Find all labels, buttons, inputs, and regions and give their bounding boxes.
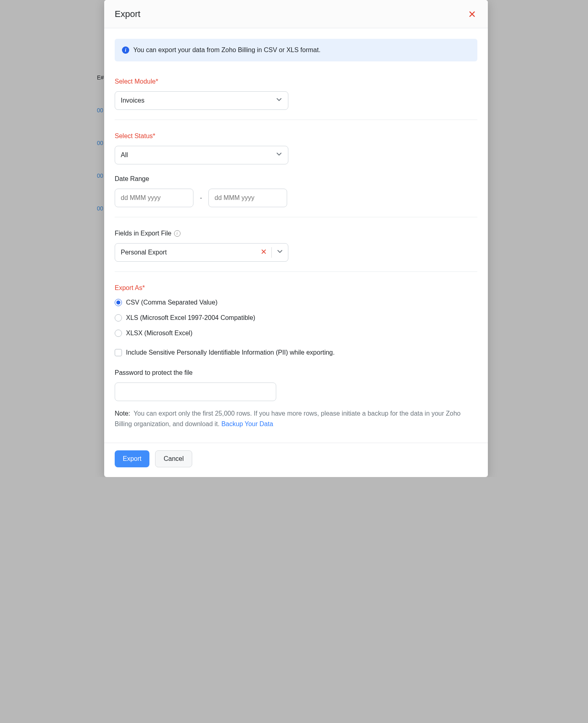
info-banner: You can export your data from Zoho Billi… — [115, 39, 477, 61]
date-range-separator: - — [200, 193, 202, 203]
fields-export-clear-button[interactable] — [256, 248, 271, 257]
export-as-label: Export As* — [115, 283, 477, 293]
date-range-label: Date Range — [115, 174, 477, 184]
radio-label: XLS (Microsoft Excel 1997-2004 Compatibl… — [126, 313, 255, 323]
date-to-input[interactable] — [208, 189, 287, 207]
modal-footer: Export Cancel — [104, 443, 488, 477]
radio-input[interactable] — [115, 330, 122, 337]
background-list-fragment: E# 00 00 00 00 — [97, 0, 105, 213]
select-module-dropdown[interactable]: Invoices — [115, 91, 288, 110]
date-from-input[interactable] — [115, 189, 193, 207]
export-modal: Export You can export your data from Zoh… — [104, 0, 488, 477]
date-range-row: - — [115, 189, 477, 207]
select-status-value: All — [121, 150, 128, 160]
chevron-down-icon — [276, 150, 282, 160]
modal-title: Export — [115, 7, 141, 21]
fields-export-value: Personal Export — [115, 248, 256, 257]
note-text: You can export only the first 25,000 row… — [115, 410, 461, 427]
info-banner-text: You can export your data from Zoho Billi… — [133, 45, 321, 55]
section-select-module: Select Module* Invoices — [115, 73, 477, 120]
select-status-label: Select Status* — [115, 131, 477, 141]
export-as-radio-group: CSV (Comma Separated Value) XLS (Microso… — [115, 298, 477, 338]
section-status-date: Select Status* All Date Range - — [115, 127, 477, 217]
radio-option-xlsx[interactable]: XLSX (Microsoft Excel) — [115, 328, 477, 338]
radio-label: XLSX (Microsoft Excel) — [126, 328, 192, 338]
password-input[interactable] — [115, 383, 276, 401]
fields-export-toggle-button[interactable] — [272, 248, 288, 257]
section-export-as: Export As* CSV (Comma Separated Value) X… — [115, 279, 477, 361]
radio-input[interactable] — [115, 299, 122, 306]
pii-checkbox-row[interactable]: Include Sensitive Personally Identifiabl… — [115, 348, 477, 357]
backup-data-link[interactable]: Backup Your Data — [221, 420, 273, 427]
chevron-down-icon — [276, 96, 282, 105]
fields-export-combobox[interactable]: Personal Export — [115, 243, 288, 262]
password-label: Password to protect the file — [115, 368, 477, 378]
modal-header: Export — [104, 0, 488, 28]
fields-export-label: Fields in Export File — [115, 229, 172, 238]
radio-input[interactable] — [115, 314, 122, 322]
note-prefix: Note: — [115, 410, 130, 417]
section-fields-export: Fields in Export File Personal Export — [115, 225, 477, 272]
info-outline-icon[interactable] — [174, 230, 181, 237]
chevron-down-icon — [277, 249, 283, 256]
modal-body: You can export your data from Zoho Billi… — [104, 28, 488, 443]
export-button[interactable]: Export — [115, 450, 149, 467]
section-password: Password to protect the file Note: You c… — [115, 361, 477, 439]
select-module-label: Select Module* — [115, 77, 477, 86]
radio-option-csv[interactable]: CSV (Comma Separated Value) — [115, 298, 477, 307]
pii-checkbox[interactable] — [115, 349, 122, 356]
cancel-button[interactable]: Cancel — [155, 450, 192, 467]
close-icon — [468, 13, 476, 19]
close-button[interactable] — [467, 9, 477, 19]
radio-label: CSV (Comma Separated Value) — [126, 298, 217, 307]
select-module-value: Invoices — [121, 96, 145, 105]
export-note: Note: You can export only the first 25,0… — [115, 408, 477, 429]
select-status-dropdown[interactable]: All — [115, 146, 288, 164]
close-icon — [261, 249, 267, 256]
pii-checkbox-label: Include Sensitive Personally Identifiabl… — [126, 348, 335, 357]
info-icon — [122, 46, 129, 54]
radio-option-xls[interactable]: XLS (Microsoft Excel 1997-2004 Compatibl… — [115, 313, 477, 323]
